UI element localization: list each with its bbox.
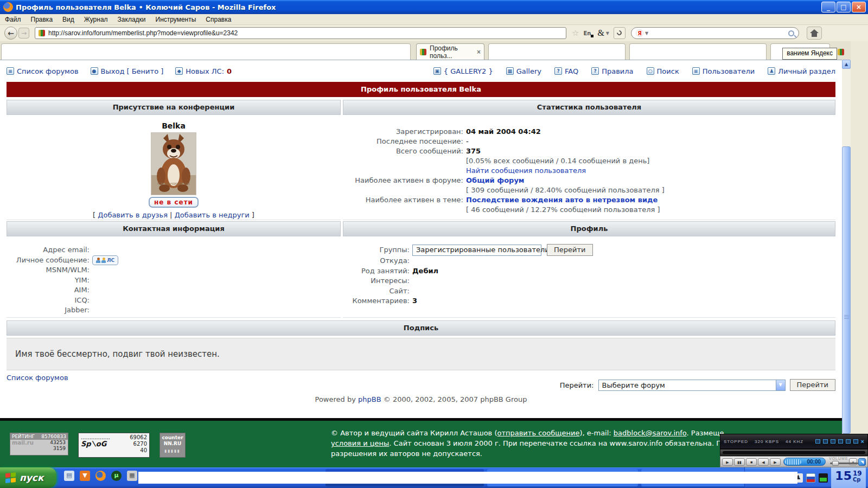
send-message-link[interactable]: отправить сообщение: [497, 429, 579, 437]
volume-control[interactable]: VOLUME: [829, 458, 848, 466]
home-button[interactable]: [807, 27, 822, 40]
play-button[interactable]: ▶: [722, 458, 733, 466]
pm-bell-icon: ◆: [175, 67, 183, 75]
menu-edit[interactable]: Правка: [26, 15, 58, 24]
nav-search[interactable]: ○ Поиск: [647, 67, 679, 75]
forward-button[interactable]: →: [18, 28, 29, 38]
bookmark-star-icon[interactable]: ☆: [572, 28, 579, 38]
translate-badge[interactable]: En: [583, 30, 591, 36]
start-button[interactable]: пуск: [0, 467, 56, 488]
ghost-tab[interactable]: [1, 43, 411, 60]
groups-go-button[interactable]: Перейти: [547, 244, 593, 256]
pause-button[interactable]: ▮▮: [734, 458, 745, 466]
battery-tray-icon[interactable]: [819, 473, 828, 483]
nav-faq[interactable]: ? FAQ: [554, 67, 578, 75]
vertical-scrollbar[interactable]: ▲: [842, 60, 851, 467]
back-button[interactable]: ←: [4, 27, 17, 40]
scrollbar-thumb[interactable]: [842, 146, 851, 434]
quick-launch-calculator-icon[interactable]: ▦: [127, 471, 137, 481]
quick-launch-utorrent-icon[interactable]: µ: [111, 471, 122, 481]
address-url[interactable]: http://sarov.info/forum/memberlist.php?m…: [48, 29, 238, 37]
add-foe-link[interactable]: Добавить в недруги: [175, 211, 250, 219]
phpbb-link[interactable]: phpBB: [358, 395, 381, 403]
svg-text:Сказочный си: Сказочный си: [157, 181, 190, 186]
groups-select[interactable]: Зарегистрированные пользователи ▼: [412, 245, 541, 256]
search-input[interactable]: Я ▼: [631, 27, 799, 39]
menu-help[interactable]: Справка: [201, 15, 236, 24]
previous-button[interactable]: ◀: [758, 458, 769, 466]
contact-row: YIM:: [7, 275, 341, 286]
nav-gallery[interactable]: ▦ Gallery: [506, 67, 541, 75]
nav-ucp[interactable]: ♟ Личный раздел: [768, 67, 835, 75]
ghost-tab[interactable]: [488, 43, 626, 60]
nnru-counter[interactable]: counter NN.RU ▮▮▮▮▮: [159, 433, 186, 458]
nav-forum-list[interactable]: ≡ Список форумов: [7, 67, 79, 75]
spylog-counter[interactable]: .................69062 Sp⟍oG6270 40: [78, 433, 150, 458]
next-button[interactable]: ▶: [770, 458, 781, 466]
ghost-tab[interactable]: [629, 43, 767, 60]
nav-members[interactable]: ≡ Пользователи: [692, 67, 755, 75]
eject-button[interactable]: ▲: [849, 458, 857, 465]
last-visit-value: -: [466, 137, 469, 146]
quick-launch-agent-icon[interactable]: ▼: [80, 471, 90, 481]
equalizer-icon[interactable]: [831, 439, 835, 444]
search-icon[interactable]: [788, 30, 794, 36]
volume-knob[interactable]: [832, 461, 839, 466]
stats-cell: Зарегистрирован:04 май 2004 04:42 Послед…: [343, 115, 835, 220]
send-pm-button[interactable]: ЛС: [92, 255, 118, 265]
gallery2-icon: ▣: [433, 67, 441, 75]
player-titlebar[interactable]: STOPPED 320 KBPS 44 KHZ ×: [720, 434, 868, 449]
nav-gallery2[interactable]: ▣ { GALLERY2 }: [433, 67, 493, 75]
scroll-up-button[interactable]: ▲: [842, 60, 851, 69]
russian-flag-icon[interactable]: [806, 473, 815, 483]
player-resize-corner[interactable]: ◥: [858, 458, 866, 466]
pm-count: 0: [227, 67, 232, 75]
forum-list-bottom-link[interactable]: Список форумов: [7, 374, 68, 382]
active-topic-link[interactable]: Последствие вождения авто в нетрезвом ви…: [466, 195, 658, 205]
menu-tools[interactable]: Инструменты: [151, 15, 201, 24]
mailru-counter[interactable]: РЕЙТИНГ85760833 mail.ru43253 3159: [10, 433, 68, 455]
menu-view[interactable]: Вид: [58, 15, 79, 24]
quick-launch-firefox-icon[interactable]: [95, 471, 106, 481]
quick-launch-notes-icon[interactable]: ▤: [64, 471, 74, 481]
playlist-icon[interactable]: [823, 439, 828, 444]
tab-profile[interactable]: Профиль польз... ×: [416, 43, 484, 60]
search-engine-dropdown[interactable]: ▼: [645, 31, 648, 36]
seek-bar[interactable]: [720, 449, 868, 456]
address-bar[interactable]: http://sarov.info/forum/memberlist.php?m…: [35, 27, 566, 39]
extension-icon[interactable]: &: [597, 28, 604, 38]
menu-bookmarks[interactable]: Закладки: [113, 15, 151, 24]
stat-row: Последнее посещение:-: [343, 137, 835, 146]
active-forum-link[interactable]: Общий форум: [466, 176, 524, 185]
player-close-icon[interactable]: ×: [861, 439, 864, 444]
media-library-icon[interactable]: [838, 439, 843, 444]
email-link[interactable]: badblock@sarov.info: [614, 429, 687, 437]
stop-button[interactable]: ■: [746, 458, 757, 466]
nav-new-pm[interactable]: ◆ Новых ЛС: 0: [175, 67, 232, 75]
player-samplerate: 44 KHZ: [786, 439, 803, 444]
reload-button[interactable]: [614, 27, 626, 39]
terms-link[interactable]: условия и цены: [331, 439, 389, 447]
tab-close-icon[interactable]: ×: [477, 48, 481, 56]
menu-file[interactable]: Файл: [0, 15, 26, 24]
jump-go-button[interactable]: Перейти: [790, 379, 836, 391]
chevron-down-icon[interactable]: ▼: [606, 31, 609, 36]
minimize-button[interactable]: _: [821, 2, 835, 12]
forum-jump-select[interactable]: Выберите форум ▼: [598, 380, 786, 391]
contact-header: Контактная информация: [7, 221, 341, 236]
seek-track[interactable]: [723, 451, 865, 454]
video-window-icon[interactable]: [846, 439, 851, 444]
add-friend-link[interactable]: Добавить в друзья: [98, 211, 168, 219]
find-posts-link[interactable]: Найти сообщения пользователя: [466, 166, 586, 176]
menu-history[interactable]: Журнал: [79, 15, 113, 24]
nav-rules[interactable]: ? Правила: [591, 67, 633, 75]
maximize-button[interactable]: □: [837, 2, 851, 12]
nav-logout[interactable]: ● Выход [ Бенито ]: [91, 67, 164, 75]
visualizer-icon[interactable]: [815, 439, 820, 444]
gallery-icon: ▦: [506, 67, 514, 75]
close-button[interactable]: ×: [852, 2, 866, 12]
tray-clock[interactable]: 15 19 Ср: [831, 467, 866, 488]
profile-row: Откуда:: [343, 256, 835, 266]
stat-row: [ 46 сообщений / 12.27% сообщений пользо…: [343, 205, 835, 215]
skin-window-icon[interactable]: [853, 439, 858, 444]
